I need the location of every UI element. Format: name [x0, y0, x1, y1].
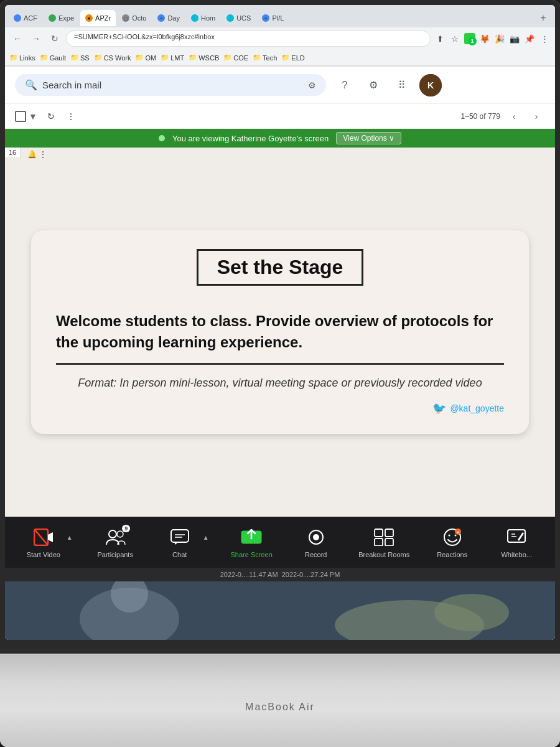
record-button[interactable]: Record — [294, 526, 338, 558]
participants-label: Participants — [97, 551, 133, 558]
svg-rect-21 — [508, 530, 525, 542]
slide-title-box: Set the Stage — [197, 249, 364, 286]
share-screen-button[interactable]: Share Screen — [230, 526, 273, 558]
new-tab-button[interactable]: + — [535, 10, 551, 26]
svg-text:+: + — [457, 530, 459, 535]
bookmark-wscb[interactable]: 📁 WSCB — [189, 54, 219, 62]
record-label: Record — [305, 551, 327, 558]
tab-label-apz: APZr — [95, 14, 111, 22]
forward-button[interactable]: → — [29, 31, 44, 46]
prev-page-button[interactable]: ‹ — [505, 108, 523, 125]
bookmark-eld[interactable]: 📁 ELD — [282, 54, 304, 62]
bookmark-cswork[interactable]: 📁 CS Work — [95, 54, 131, 62]
laptop-shell: ACF Expe ● APZr — [0, 0, 560, 747]
tab-icon-expe — [49, 14, 56, 22]
svg-rect-15 — [385, 538, 393, 546]
settings-button[interactable]: ⚙ — [362, 74, 385, 96]
tab-acf[interactable]: ACF — [9, 10, 42, 26]
camera-feed-svg — [5, 581, 555, 640]
tab-label-ucs: UCS — [236, 14, 251, 22]
whiteboard-button[interactable]: Whitebo... — [495, 526, 538, 558]
participants-button[interactable]: 9 Participants — [93, 526, 137, 558]
bookmark-tech[interactable]: 📁 Tech — [253, 54, 277, 62]
help-button[interactable]: ? — [334, 74, 356, 96]
svg-point-17 — [448, 535, 450, 537]
svg-point-5 — [117, 531, 123, 537]
svg-text:K: K — [427, 80, 434, 90]
share-icon[interactable]: ⬆ — [434, 33, 446, 44]
svg-rect-14 — [375, 538, 383, 546]
folder-icon-coe: 📁 — [224, 55, 231, 61]
camera-feed — [5, 581, 555, 640]
tab-icon-apz: ● — [85, 14, 93, 22]
tab-pl[interactable]: ≡ Pl/L — [257, 10, 289, 26]
bookmark-om[interactable]: 📁 OM — [136, 54, 156, 62]
chat-arrow[interactable]: ▲ — [203, 534, 209, 541]
slide-twitter: 🐦 @kat_goyette — [56, 402, 504, 415]
svg-line-3 — [35, 530, 48, 545]
select-dropdown[interactable]: ▼ — [29, 111, 37, 121]
extensions-icon[interactable]: ⋮ — [539, 33, 550, 44]
bookmarks-bar: 📁 Links 📁 Gault 📁 SS 📁 CS Work — [5, 50, 555, 66]
address-bar[interactable]: =SUMMER+SCHOOL&zx=l0bfkg6j8xzc#inbox — [66, 31, 431, 47]
tab-day[interactable]: ≡ Day — [152, 10, 185, 26]
tab-ucs[interactable]: UCS — [222, 10, 256, 26]
bookmark-lmt[interactable]: 📁 LMT — [161, 54, 184, 62]
folder-icon-ss: 📁 — [71, 55, 78, 61]
corner-number: 16 — [5, 148, 21, 158]
bookmark-ss[interactable]: 📁 SS — [71, 54, 90, 62]
tab-apz[interactable]: ● APZr — [80, 10, 116, 26]
bookmark-icon[interactable]: ☆ — [449, 33, 460, 44]
view-options-button[interactable]: View Options ∨ — [336, 132, 401, 144]
content-area: 16 🔔 ⋮ Set the — [5, 148, 555, 517]
bookmark-gault[interactable]: 📁 Gault — [40, 54, 66, 62]
bell-icon: 🔔 — [27, 150, 37, 159]
reactions-button[interactable]: + Reactions — [431, 526, 474, 558]
slide-title-area: Set the Stage — [56, 249, 504, 298]
notification-badge: 1 — [468, 37, 477, 45]
whiteboard-icon — [504, 526, 529, 548]
reload-button[interactable]: ↻ — [47, 31, 62, 46]
notification-icons: 🔔 ⋮ — [24, 148, 50, 161]
profile-icon[interactable]: 🦊 — [479, 33, 490, 44]
tab-icon-ucs — [226, 14, 234, 22]
folder-icon-gault: 📁 — [40, 55, 48, 61]
search-filter-icon[interactable]: ⚙ — [308, 80, 316, 90]
tab-icon-pl: ≡ — [262, 14, 269, 22]
tab-hom[interactable]: Hom — [186, 10, 220, 26]
select-all-checkbox[interactable] — [15, 111, 26, 122]
start-video-arrow[interactable]: ▲ — [67, 534, 73, 541]
svg-rect-13 — [385, 529, 393, 537]
user-avatar[interactable]: K — [419, 74, 442, 96]
back-button[interactable]: ← — [10, 31, 25, 46]
tab-expe[interactable]: Expe — [44, 10, 79, 26]
bookmark-label-ss: SS — [80, 54, 90, 62]
breakout-rooms-button[interactable]: Breakout Rooms — [358, 526, 409, 558]
share-screen-svg — [240, 529, 263, 546]
camera-ext-icon[interactable]: 📷 — [509, 33, 520, 44]
gmail-right-icons: ? ⚙ ⠿ K — [334, 74, 442, 96]
extension-icon-1[interactable]: 1 — [464, 33, 475, 44]
more-options-button[interactable]: ⋮ — [62, 108, 80, 125]
slide-main-text: Welcome students to class. Provide overv… — [56, 311, 504, 352]
pagination: 1–50 of 779 ‹ › — [461, 108, 545, 125]
folder-icon-links: 📁 — [10, 55, 17, 61]
slide-divider — [56, 363, 504, 365]
apps-button[interactable]: ⠿ — [391, 74, 413, 96]
refresh-button[interactable]: ↻ — [42, 108, 60, 125]
search-bar[interactable]: 🔍 Search in mail ⚙ — [15, 74, 326, 96]
bookmark-label-tech: Tech — [263, 54, 277, 62]
confetti-icon[interactable]: 🎉 — [494, 33, 505, 44]
bookmark-label-cswork: CS Work — [104, 54, 131, 62]
tab-octo[interactable]: □ Octo — [117, 10, 151, 26]
bookmark-links[interactable]: 📁 Links — [10, 54, 35, 62]
bookmark-label-links: Links — [19, 54, 35, 62]
chat-button[interactable]: Chat — [158, 526, 202, 558]
next-page-button[interactable]: › — [528, 108, 545, 125]
bookmark-coe[interactable]: 📁 COE — [224, 54, 248, 62]
slide-content: Set the Stage Welcome students to class.… — [31, 230, 529, 433]
whiteboard-svg — [506, 529, 526, 546]
start-video-button[interactable]: Start Video — [22, 526, 65, 558]
tab-icon-octo: □ — [122, 14, 129, 22]
pin-icon[interactable]: 📌 — [524, 33, 535, 44]
